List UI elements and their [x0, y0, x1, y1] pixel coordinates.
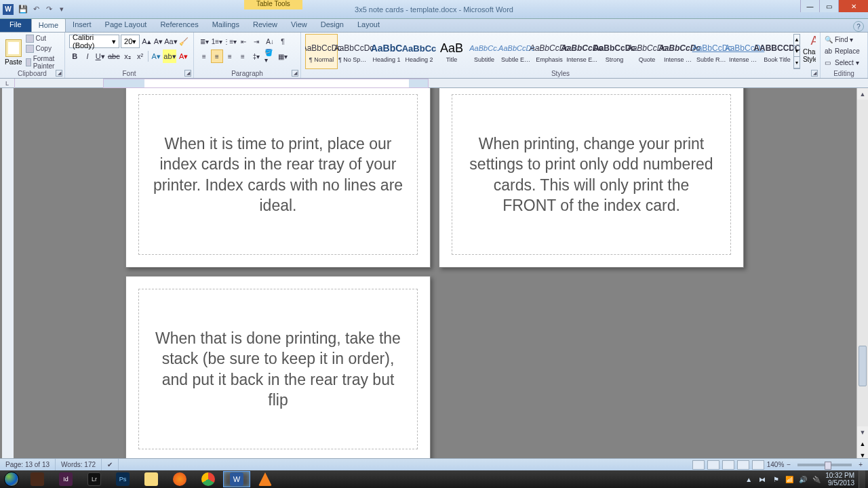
cut-button[interactable]: Cut	[26, 35, 60, 43]
tray-clock[interactable]: 10:32 PM 9/5/2013	[825, 472, 854, 487]
tab-mailings[interactable]: Mailings	[205, 18, 246, 32]
taskbar-firefox[interactable]	[166, 471, 193, 487]
tab-layout[interactable]: Layout	[351, 18, 387, 32]
grow-font-button[interactable]: A▴	[141, 35, 151, 48]
tab-insert[interactable]: Insert	[66, 18, 98, 32]
tab-view[interactable]: View	[284, 18, 314, 32]
italic-button[interactable]: I	[82, 49, 94, 63]
line-spacing-button[interactable]: ‡▾	[250, 49, 262, 63]
gallery-down-icon[interactable]: ▼	[794, 46, 800, 58]
style-strong[interactable]: AaBbCcDcStrong	[598, 34, 631, 69]
style-title[interactable]: AaBTitle	[435, 34, 468, 69]
tray-action-center-icon[interactable]: ⚑	[771, 474, 781, 484]
text-effects-button[interactable]: A▾	[151, 49, 162, 63]
style-heading-1[interactable]: AaBbCHeading 1	[370, 34, 403, 69]
maximize-button[interactable]: ▭	[819, 0, 838, 12]
taskbar-photoshop[interactable]: Ps	[109, 471, 136, 487]
zoom-out-button[interactable]: −	[787, 461, 791, 468]
scroll-up-button[interactable]: ▲	[857, 88, 868, 100]
paragraph-dialog-launcher[interactable]: ◢	[292, 70, 298, 77]
decrease-indent-button[interactable]: ⇤	[237, 35, 250, 48]
styles-dialog-launcher[interactable]: ◢	[811, 70, 818, 77]
zoom-slider[interactable]	[797, 464, 852, 466]
tab-design[interactable]: Design	[314, 18, 351, 32]
tray-bluetooth-icon[interactable]: ⧓	[757, 474, 767, 484]
outline-view-button[interactable]	[737, 460, 749, 470]
font-name-combo[interactable]: Calibri (Body)▾	[69, 35, 119, 48]
index-card-1[interactable]: When it is time to print, place our inde…	[125, 88, 431, 268]
taskbar-vlc[interactable]	[252, 471, 279, 487]
replace-button[interactable]: abReplace	[825, 45, 863, 57]
style-intense-q-[interactable]: AaBbCcDcIntense Q...	[663, 34, 696, 69]
file-tab[interactable]: File	[0, 18, 31, 32]
underline-button[interactable]: U▾	[94, 49, 106, 63]
start-button[interactable]	[0, 470, 23, 488]
horizontal-ruler[interactable]	[103, 79, 429, 88]
shrink-font-button[interactable]: A▾	[153, 35, 163, 48]
paste-button[interactable]: Paste	[4, 34, 23, 70]
vertical-scrollbar[interactable]: ▲ ▼ ▲ ▼	[856, 88, 868, 461]
format-painter-button[interactable]: Format Painter	[26, 55, 60, 70]
full-screen-view-button[interactable]	[707, 460, 719, 470]
sort-button[interactable]: A↓	[264, 35, 276, 48]
clipboard-dialog-launcher[interactable]: ◢	[56, 70, 62, 77]
font-dialog-launcher[interactable]: ◢	[184, 70, 191, 77]
draft-view-button[interactable]	[752, 460, 764, 470]
tab-page-layout[interactable]: Page Layout	[98, 18, 154, 32]
close-button[interactable]: ✕	[838, 0, 868, 12]
gallery-more-icon[interactable]: ▾	[794, 57, 800, 68]
style--normal[interactable]: AaBbCcDc¶ Normal	[305, 34, 338, 69]
increase-indent-button[interactable]: ⇥	[250, 35, 262, 48]
print-layout-view-button[interactable]	[692, 460, 705, 470]
zoom-level[interactable]: 140%	[767, 461, 785, 468]
strike-button[interactable]: abc	[107, 49, 121, 63]
find-button[interactable]: 🔍Find▾	[825, 34, 863, 45]
taskbar-word[interactable]: W	[223, 471, 250, 487]
gallery-up-icon[interactable]: ▲	[794, 35, 800, 46]
align-right-button[interactable]: ≡	[224, 49, 236, 63]
proofing-status[interactable]: ✔	[102, 459, 119, 470]
redo-icon[interactable]: ↷	[43, 4, 54, 15]
word-count[interactable]: Words: 172	[56, 459, 102, 470]
tab-home[interactable]: Home	[31, 18, 66, 32]
index-card-2[interactable]: When printing, change your print setting…	[439, 88, 744, 268]
change-styles-button[interactable]: AChangeStyles ▾	[803, 34, 816, 63]
font-color-button[interactable]: A▾	[178, 49, 189, 63]
multilevel-button[interactable]: ⋮≡▾	[224, 35, 236, 48]
borders-button[interactable]: ▦▾	[277, 49, 289, 63]
tray-network-icon[interactable]: 📶	[785, 474, 794, 484]
shading-button[interactable]: 🪣▾	[264, 49, 276, 63]
style-subtle-ref-[interactable]: AaBbCcDcSubtle Ref...	[696, 34, 728, 69]
minimize-button[interactable]: —	[800, 0, 819, 12]
page-up-button[interactable]: ▲	[857, 438, 868, 449]
font-size-combo[interactable]: 20▾	[121, 35, 140, 48]
justify-button[interactable]: ≡	[237, 49, 249, 63]
web-layout-view-button[interactable]	[722, 460, 734, 470]
show-desktop-button[interactable]	[859, 470, 865, 488]
numbering-button[interactable]: 1≡▾	[211, 35, 223, 48]
clear-format-button[interactable]: 🧹	[178, 35, 189, 48]
help-icon[interactable]: ?	[853, 21, 864, 32]
taskbar-chrome[interactable]	[195, 471, 222, 487]
bold-button[interactable]: B	[69, 49, 81, 63]
tray-volume-icon[interactable]: 🔊	[798, 474, 808, 484]
tab-references[interactable]: References	[153, 18, 205, 32]
taskbar-bridge[interactable]	[24, 471, 51, 487]
superscript-button[interactable]: x²	[134, 49, 146, 63]
style-subtle-em-[interactable]: AaBbCcDcSubtle Em...	[500, 34, 533, 69]
tab-selector[interactable]: L	[0, 79, 15, 88]
qat-dropdown-icon[interactable]: ▾	[56, 4, 67, 15]
subscript-button[interactable]: x₂	[122, 49, 134, 63]
taskbar-lightroom[interactable]: Lr	[81, 471, 108, 487]
style-book-title[interactable]: AABBCCDCBook Title	[761, 34, 793, 69]
style-gallery-scroll[interactable]: ▲▼▾	[793, 34, 800, 69]
style-heading-2[interactable]: AaBbCcHeading 2	[403, 34, 435, 69]
index-card-3[interactable]: When that is done printing, take the sta…	[125, 276, 431, 461]
highlight-button[interactable]: ab▾	[163, 49, 176, 63]
tray-power-icon[interactable]: 🔌	[812, 474, 821, 484]
copy-button[interactable]: Copy	[26, 45, 60, 53]
undo-icon[interactable]: ↶	[31, 4, 41, 15]
align-left-button[interactable]: ≡	[198, 49, 210, 63]
taskbar-indesign[interactable]: Id	[52, 471, 79, 487]
taskbar-explorer[interactable]	[138, 471, 165, 487]
